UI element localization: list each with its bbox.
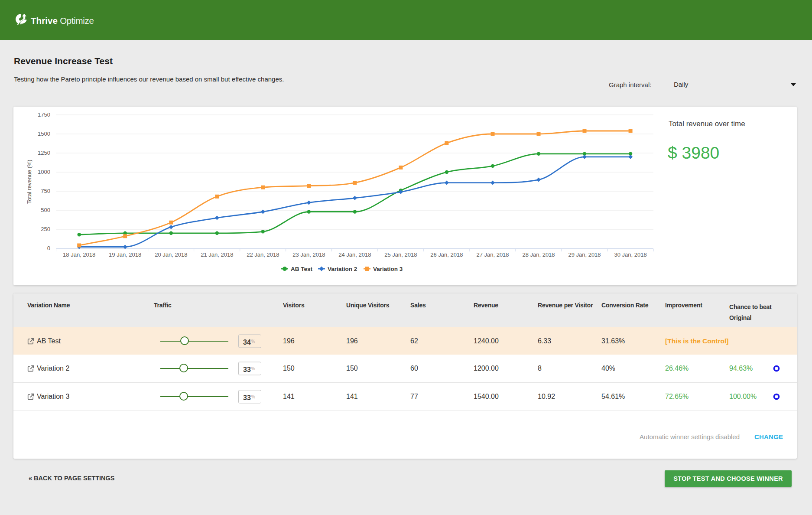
svg-text:24 Jan, 2018: 24 Jan, 2018	[338, 251, 371, 258]
svg-text:1250: 1250	[38, 150, 50, 156]
svg-text:500: 500	[41, 207, 50, 213]
svg-text:250: 250	[41, 226, 50, 232]
svg-text:0: 0	[47, 245, 50, 251]
svg-text:750: 750	[41, 188, 50, 194]
svg-text:23 Jan, 2018: 23 Jan, 2018	[292, 251, 325, 258]
svg-text:22 Jan, 2018: 22 Jan, 2018	[247, 251, 279, 258]
svg-text:Variation 2: Variation 2	[328, 266, 357, 272]
svg-text:21 Jan, 2018: 21 Jan, 2018	[201, 251, 233, 258]
svg-text:20 Jan, 2018: 20 Jan, 2018	[155, 251, 187, 258]
svg-text:29 Jan, 2018: 29 Jan, 2018	[568, 251, 601, 258]
svg-text:30 Jan, 2018: 30 Jan, 2018	[614, 251, 647, 258]
svg-text:1500: 1500	[38, 130, 50, 137]
svg-text:25 Jan, 2018: 25 Jan, 2018	[384, 251, 417, 258]
svg-text:19 Jan, 2018: 19 Jan, 2018	[109, 251, 141, 258]
svg-text:Total revenue (%): Total revenue (%)	[26, 160, 32, 204]
svg-text:1000: 1000	[38, 169, 50, 175]
svg-text:28 Jan, 2018: 28 Jan, 2018	[522, 251, 555, 258]
svg-text:27 Jan, 2018: 27 Jan, 2018	[476, 251, 509, 258]
svg-text:26 Jan, 2018: 26 Jan, 2018	[430, 251, 463, 258]
svg-text:18 Jan, 2018: 18 Jan, 2018	[63, 251, 95, 258]
svg-text:1750: 1750	[38, 111, 50, 118]
svg-text:Variation 3: Variation 3	[373, 266, 403, 272]
svg-text:AB Test: AB Test	[291, 266, 313, 272]
